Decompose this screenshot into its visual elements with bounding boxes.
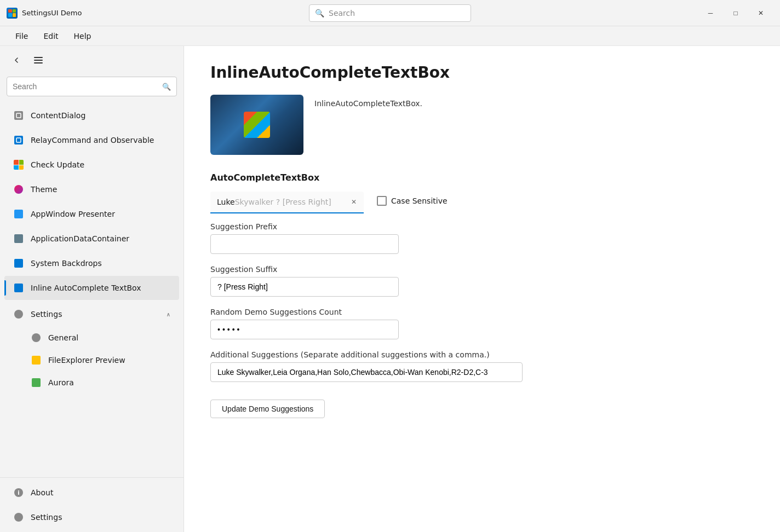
suggestion-suffix-label: Suggestion Suffix — [210, 265, 754, 274]
autocomplete-row: Luke Skywalker ? [Press Right] ✕ Case Se… — [210, 192, 754, 213]
sidebar-label-aurora: Aurora — [48, 378, 170, 387]
minimize-button[interactable]: ─ — [698, 4, 723, 22]
random-demo-label: Random Demo Suggestions Count — [210, 308, 754, 316]
sidebar-label-settings-bottom: Settings — [31, 513, 170, 522]
sidebar-item-settings-group[interactable]: Settings ∧ — [4, 302, 179, 326]
hamburger-icon — [34, 57, 43, 63]
section-title: AutoCompleteTextBox — [210, 172, 754, 183]
menu-help[interactable]: Help — [67, 30, 98, 43]
sidebar-item-app-data-container[interactable]: ApplicationDataContainer — [4, 227, 179, 251]
sidebar-item-appwindow-presenter[interactable]: AppWindow Presenter — [4, 202, 179, 226]
random-demo-input[interactable] — [210, 320, 399, 339]
menu-file[interactable]: File — [9, 30, 35, 43]
sidebar-item-inline-autocomplete[interactable]: Inline AutoComplete TextBox — [4, 276, 179, 300]
title-search-placeholder: Search — [329, 9, 355, 18]
sidebar-label-general: General — [48, 333, 170, 342]
sidebar-label-content-dialog: ContentDialog — [31, 111, 170, 120]
app-title: SettingsUI Demo — [22, 9, 82, 17]
general-icon — [31, 332, 42, 343]
backdrops-icon — [13, 258, 24, 269]
sidebar-item-content-dialog[interactable]: ContentDialog — [4, 103, 179, 128]
hamburger-button[interactable] — [28, 50, 48, 70]
random-demo-group: Random Demo Suggestions Count — [210, 308, 754, 339]
aurora-icon — [31, 377, 42, 388]
theme-icon — [13, 184, 24, 195]
sidebar-item-theme[interactable]: Theme — [4, 177, 179, 201]
sidebar-label-file-explorer: FileExplorer Preview — [48, 356, 170, 365]
autocomplete-typed-text: Luke — [217, 198, 235, 206]
suggestion-suffix-input[interactable] — [210, 277, 399, 297]
svg-rect-3 — [16, 113, 21, 118]
sidebar-item-system-backdrops[interactable]: System Backdrops — [4, 251, 179, 275]
case-sensitive-label: Case Sensitive — [391, 196, 448, 205]
app-icon — [7, 8, 18, 19]
sidebar-label-check-update: Check Update — [31, 160, 170, 169]
sidebar-label-system-backdrops: System Backdrops — [31, 259, 170, 268]
relay-command-icon — [13, 135, 24, 146]
file-explorer-icon — [31, 355, 42, 366]
content-dialog-icon — [13, 110, 24, 121]
sidebar-search-icon: 🔍 — [162, 83, 171, 91]
app-body: 🔍 ContentDialog RelayCommand and Observa… — [0, 46, 780, 532]
suggestion-suffix-group: Suggestion Suffix — [210, 265, 754, 297]
sidebar-label-theme: Theme — [31, 185, 170, 194]
additional-suggestions-input[interactable] — [210, 362, 523, 382]
appdata-icon — [13, 233, 24, 244]
svg-rect-1 — [34, 60, 43, 61]
title-search-bar[interactable]: 🔍 Search — [309, 4, 471, 22]
page-title: InlineAutoCompleteTextBox — [210, 63, 754, 82]
update-demo-suggestions-button[interactable]: Update Demo Suggestions — [210, 400, 325, 418]
additional-suggestions-group: Additional Suggestions (Separate additio… — [210, 350, 754, 382]
about-icon: i — [13, 487, 24, 498]
svg-rect-2 — [34, 62, 43, 63]
autocomplete-section: AutoCompleteTextBox Luke Skywalker ? [Pr… — [210, 172, 754, 418]
sidebar-label-app-data-container: ApplicationDataContainer — [31, 234, 170, 243]
additional-suggestions-label: Additional Suggestions (Separate additio… — [210, 350, 754, 359]
sidebar-bottom: i About Settings — [0, 477, 183, 532]
case-sensitive-row: Case Sensitive — [377, 192, 448, 206]
autocomplete-suggestion-text: Skywalker ? [Press Right] — [235, 198, 331, 206]
back-button[interactable] — [7, 50, 26, 70]
settings-bottom-icon — [13, 512, 24, 523]
sidebar-label-appwindow-presenter: AppWindow Presenter — [31, 210, 170, 218]
search-icon: 🔍 — [315, 9, 324, 18]
menu-bar: File Edit Help — [0, 26, 780, 46]
sidebar-search-input[interactable] — [13, 82, 158, 91]
settings-chevron-icon: ∧ — [167, 311, 170, 317]
sidebar-item-settings-bottom[interactable]: Settings — [4, 505, 179, 529]
svg-rect-0 — [34, 57, 43, 58]
inline-autocomplete-icon — [13, 282, 24, 293]
sidebar-label-inline-autocomplete: Inline AutoComplete TextBox — [31, 284, 170, 292]
sidebar-search-box[interactable]: 🔍 — [7, 77, 177, 96]
check-update-icon — [13, 159, 24, 170]
sidebar-sub-item-general[interactable]: General — [4, 327, 179, 349]
close-button[interactable]: ✕ — [748, 4, 773, 22]
autocomplete-input-wrapper: Luke Skywalker ? [Press Right] ✕ — [210, 192, 364, 213]
sidebar: 🔍 ContentDialog RelayCommand and Observa… — [0, 46, 184, 532]
hero-section: InlineAutoCompleteTextBox. — [210, 95, 754, 155]
sidebar-item-relay-command[interactable]: RelayCommand and Observable — [4, 128, 179, 152]
appwindow-icon — [13, 209, 24, 219]
sidebar-top — [0, 46, 183, 74]
sidebar-label-relay-command: RelayCommand and Observable — [31, 136, 170, 144]
menu-edit[interactable]: Edit — [37, 30, 65, 43]
hero-description: InlineAutoCompleteTextBox. — [314, 95, 422, 108]
hero-image — [210, 95, 303, 155]
sidebar-label-about: About — [31, 488, 170, 497]
suggestion-prefix-label: Suggestion Prefix — [210, 222, 754, 231]
autocomplete-clear-button[interactable]: ✕ — [348, 196, 359, 207]
sidebar-sub-item-file-explorer[interactable]: FileExplorer Preview — [4, 349, 179, 371]
back-icon — [13, 57, 20, 63]
nav-list: ContentDialog RelayCommand and Observabl… — [0, 101, 183, 477]
main-content: InlineAutoCompleteTextBox InlineAutoComp… — [184, 46, 780, 532]
hero-image-icon — [244, 112, 270, 138]
sidebar-sub-item-aurora[interactable]: Aurora — [4, 372, 179, 394]
sidebar-item-check-update[interactable]: Check Update — [4, 153, 179, 177]
title-bar: SettingsUI Demo 🔍 Search ─ □ ✕ — [0, 0, 780, 26]
maximize-button[interactable]: □ — [723, 4, 748, 22]
case-sensitive-checkbox[interactable] — [377, 196, 387, 206]
settings-group-icon — [13, 309, 24, 320]
app-title-area: SettingsUI Demo — [7, 8, 116, 19]
suggestion-prefix-input[interactable] — [210, 234, 399, 254]
sidebar-item-about[interactable]: i About — [4, 481, 179, 505]
